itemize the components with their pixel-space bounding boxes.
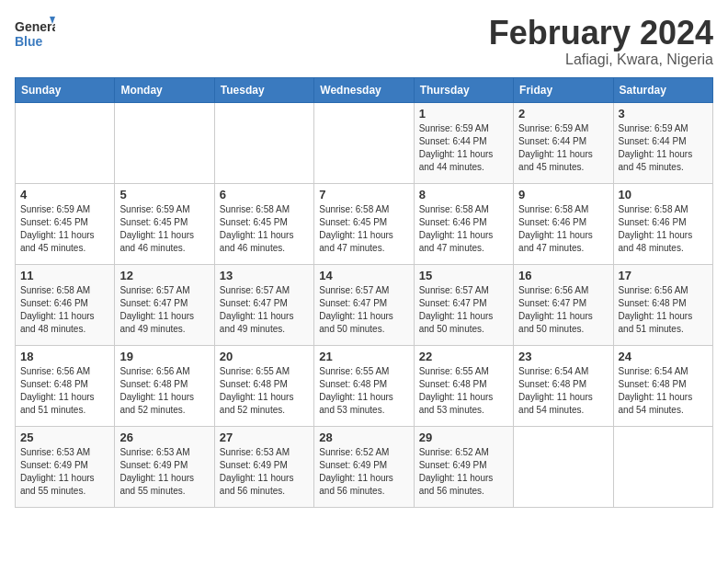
calendar-cell: 18Sunrise: 6:56 AM Sunset: 6:48 PM Dayli… — [16, 345, 115, 426]
day-info: Sunrise: 6:59 AM Sunset: 6:45 PM Dayligh… — [20, 203, 109, 255]
day-number: 11 — [20, 269, 109, 282]
day-number: 8 — [419, 188, 508, 201]
day-info: Sunrise: 6:59 AM Sunset: 6:44 PM Dayligh… — [619, 122, 708, 174]
calendar-cell: 16Sunrise: 6:56 AM Sunset: 6:47 PM Dayli… — [514, 264, 613, 345]
day-info: Sunrise: 6:56 AM Sunset: 6:48 PM Dayligh… — [619, 284, 708, 336]
calendar-cell: 11Sunrise: 6:58 AM Sunset: 6:46 PM Dayli… — [16, 264, 115, 345]
calendar-cell — [16, 102, 115, 183]
calendar-cell: 9Sunrise: 6:58 AM Sunset: 6:46 PM Daylig… — [514, 183, 613, 264]
day-number: 26 — [119, 431, 209, 444]
column-header-thursday: Thursday — [414, 77, 513, 102]
day-info: Sunrise: 6:58 AM Sunset: 6:46 PM Dayligh… — [419, 203, 508, 255]
day-info: Sunrise: 6:54 AM Sunset: 6:48 PM Dayligh… — [619, 365, 708, 417]
calendar-cell: 1Sunrise: 6:59 AM Sunset: 6:44 PM Daylig… — [414, 102, 513, 183]
calendar-cell: 21Sunrise: 6:55 AM Sunset: 6:48 PM Dayli… — [314, 345, 414, 426]
day-number: 4 — [20, 188, 109, 201]
day-number: 18 — [20, 350, 109, 363]
day-info: Sunrise: 6:55 AM Sunset: 6:48 PM Dayligh… — [220, 365, 309, 417]
day-info: Sunrise: 6:53 AM Sunset: 6:49 PM Dayligh… — [220, 446, 309, 498]
calendar-cell: 20Sunrise: 6:55 AM Sunset: 6:48 PM Dayli… — [214, 345, 313, 426]
day-number: 1 — [419, 107, 508, 121]
calendar-cell: 12Sunrise: 6:57 AM Sunset: 6:47 PM Dayli… — [115, 264, 214, 345]
calendar-cell — [314, 102, 414, 183]
calendar-week-3: 11Sunrise: 6:58 AM Sunset: 6:46 PM Dayli… — [16, 264, 713, 345]
day-number: 28 — [319, 431, 408, 444]
svg-text:Blue: Blue — [15, 34, 43, 49]
day-number: 7 — [319, 188, 408, 201]
day-info: Sunrise: 6:52 AM Sunset: 6:49 PM Dayligh… — [319, 446, 408, 498]
calendar-week-4: 18Sunrise: 6:56 AM Sunset: 6:48 PM Dayli… — [16, 345, 713, 426]
column-header-wednesday: Wednesday — [314, 77, 414, 102]
calendar-cell — [115, 102, 214, 183]
calendar-cell: 26Sunrise: 6:53 AM Sunset: 6:49 PM Dayli… — [115, 426, 214, 507]
day-info: Sunrise: 6:57 AM Sunset: 6:47 PM Dayligh… — [119, 284, 209, 336]
day-number: 3 — [619, 107, 708, 121]
day-info: Sunrise: 6:58 AM Sunset: 6:46 PM Dayligh… — [619, 203, 708, 255]
calendar-cell: 5Sunrise: 6:59 AM Sunset: 6:45 PM Daylig… — [115, 183, 214, 264]
calendar-cell: 6Sunrise: 6:58 AM Sunset: 6:45 PM Daylig… — [214, 183, 313, 264]
column-header-sunday: Sunday — [16, 77, 115, 102]
calendar-week-1: 1Sunrise: 6:59 AM Sunset: 6:44 PM Daylig… — [16, 102, 713, 183]
calendar-cell: 10Sunrise: 6:58 AM Sunset: 6:46 PM Dayli… — [613, 183, 712, 264]
day-number: 29 — [419, 431, 508, 444]
calendar-cell: 2Sunrise: 6:59 AM Sunset: 6:44 PM Daylig… — [514, 102, 613, 183]
calendar-week-5: 25Sunrise: 6:53 AM Sunset: 6:49 PM Dayli… — [16, 426, 713, 507]
day-info: Sunrise: 6:52 AM Sunset: 6:49 PM Dayligh… — [419, 446, 508, 498]
day-info: Sunrise: 6:58 AM Sunset: 6:45 PM Dayligh… — [319, 203, 408, 255]
day-number: 27 — [220, 431, 309, 444]
day-number: 22 — [419, 350, 508, 363]
day-number: 13 — [220, 269, 309, 282]
day-number: 9 — [518, 188, 608, 201]
day-info: Sunrise: 6:58 AM Sunset: 6:46 PM Dayligh… — [518, 203, 608, 255]
calendar-cell: 8Sunrise: 6:58 AM Sunset: 6:46 PM Daylig… — [414, 183, 513, 264]
day-info: Sunrise: 6:53 AM Sunset: 6:49 PM Dayligh… — [119, 446, 209, 498]
day-number: 23 — [518, 350, 608, 363]
day-number: 17 — [619, 269, 708, 282]
calendar-table: SundayMondayTuesdayWednesdayThursdayFrid… — [15, 77, 713, 508]
day-number: 6 — [220, 188, 309, 201]
day-number: 24 — [619, 350, 708, 363]
calendar-cell: 3Sunrise: 6:59 AM Sunset: 6:44 PM Daylig… — [613, 102, 712, 183]
day-info: Sunrise: 6:56 AM Sunset: 6:48 PM Dayligh… — [20, 365, 109, 417]
day-number: 14 — [319, 269, 408, 282]
day-number: 12 — [119, 269, 209, 282]
calendar-cell: 15Sunrise: 6:57 AM Sunset: 6:47 PM Dayli… — [414, 264, 513, 345]
calendar-header-row: SundayMondayTuesdayWednesdayThursdayFrid… — [16, 77, 713, 102]
day-number: 10 — [619, 188, 708, 201]
calendar-cell: 25Sunrise: 6:53 AM Sunset: 6:49 PM Dayli… — [16, 426, 115, 507]
svg-text:General: General — [15, 19, 55, 34]
logo-svg: General Blue — [15, 15, 55, 55]
day-number: 21 — [319, 350, 408, 363]
day-number: 5 — [119, 188, 209, 201]
day-info: Sunrise: 6:58 AM Sunset: 6:45 PM Dayligh… — [220, 203, 309, 255]
calendar-week-2: 4Sunrise: 6:59 AM Sunset: 6:45 PM Daylig… — [16, 183, 713, 264]
day-number: 19 — [119, 350, 209, 363]
day-info: Sunrise: 6:57 AM Sunset: 6:47 PM Dayligh… — [419, 284, 508, 336]
column-header-friday: Friday — [514, 77, 613, 102]
day-number: 15 — [419, 269, 508, 282]
day-info: Sunrise: 6:58 AM Sunset: 6:46 PM Dayligh… — [20, 284, 109, 336]
title-block: February 2024 Lafiagi, Kwara, Nigeria — [489, 15, 713, 68]
day-info: Sunrise: 6:55 AM Sunset: 6:48 PM Dayligh… — [319, 365, 408, 417]
calendar-cell: 4Sunrise: 6:59 AM Sunset: 6:45 PM Daylig… — [16, 183, 115, 264]
logo: General Blue — [15, 15, 55, 55]
calendar-cell: 19Sunrise: 6:56 AM Sunset: 6:48 PM Dayli… — [115, 345, 214, 426]
calendar-cell: 24Sunrise: 6:54 AM Sunset: 6:48 PM Dayli… — [613, 345, 712, 426]
calendar-cell: 28Sunrise: 6:52 AM Sunset: 6:49 PM Dayli… — [314, 426, 414, 507]
calendar-cell — [613, 426, 712, 507]
day-number: 16 — [518, 269, 608, 282]
day-number: 20 — [220, 350, 309, 363]
day-info: Sunrise: 6:53 AM Sunset: 6:49 PM Dayligh… — [20, 446, 109, 498]
day-info: Sunrise: 6:59 AM Sunset: 6:44 PM Dayligh… — [518, 122, 608, 174]
day-number: 2 — [518, 107, 608, 121]
calendar-cell: 7Sunrise: 6:58 AM Sunset: 6:45 PM Daylig… — [314, 183, 414, 264]
day-info: Sunrise: 6:57 AM Sunset: 6:47 PM Dayligh… — [319, 284, 408, 336]
page-header: General Blue February 2024 Lafiagi, Kwar… — [15, 15, 713, 68]
calendar-cell: 22Sunrise: 6:55 AM Sunset: 6:48 PM Dayli… — [414, 345, 513, 426]
column-header-tuesday: Tuesday — [214, 77, 313, 102]
day-info: Sunrise: 6:57 AM Sunset: 6:47 PM Dayligh… — [220, 284, 309, 336]
calendar-cell: 27Sunrise: 6:53 AM Sunset: 6:49 PM Dayli… — [214, 426, 313, 507]
day-info: Sunrise: 6:59 AM Sunset: 6:44 PM Dayligh… — [419, 122, 508, 174]
column-header-monday: Monday — [115, 77, 214, 102]
calendar-cell: 23Sunrise: 6:54 AM Sunset: 6:48 PM Dayli… — [514, 345, 613, 426]
